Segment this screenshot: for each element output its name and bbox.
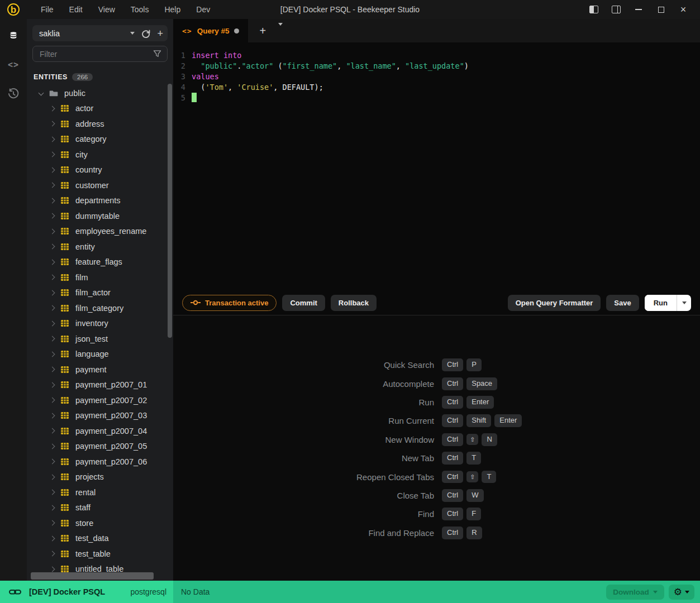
table-item[interactable]: json_test — [27, 331, 173, 347]
table-item[interactable]: test_table — [27, 546, 173, 562]
table-item[interactable]: city — [27, 147, 173, 162]
shortcut-label: Find — [173, 505, 434, 523]
new-tab-button[interactable]: + — [256, 23, 269, 39]
run-options-button[interactable] — [677, 295, 691, 311]
table-item[interactable]: actor — [27, 101, 173, 117]
chevron-right-icon[interactable] — [50, 167, 55, 173]
table-item[interactable]: employees_rename — [27, 224, 173, 240]
table-item[interactable]: projects — [27, 470, 173, 485]
chevron-right-icon[interactable] — [50, 121, 55, 127]
chevron-right-icon[interactable] — [50, 459, 55, 465]
chevron-right-icon[interactable] — [50, 198, 55, 203]
save-button[interactable]: Save — [606, 295, 639, 311]
table-item[interactable]: address — [27, 116, 173, 132]
chevron-right-icon[interactable] — [50, 566, 55, 572]
table-item[interactable]: payment — [27, 362, 173, 377]
table-item[interactable]: film — [27, 270, 173, 285]
table-item[interactable]: payment_p2007_03 — [27, 408, 173, 424]
maximize-button[interactable] — [652, 2, 670, 17]
chevron-right-icon[interactable] — [50, 551, 55, 557]
chevron-right-icon[interactable] — [50, 336, 55, 342]
chevron-right-icon[interactable] — [50, 520, 55, 526]
shortcut-label: Find and Replace — [173, 524, 434, 542]
menu-view[interactable]: View — [91, 5, 123, 14]
chevron-right-icon[interactable] — [50, 106, 55, 111]
history-icon — [7, 88, 20, 100]
chevron-right-icon[interactable] — [50, 259, 55, 265]
database-select[interactable]: saklia + — [32, 25, 168, 41]
menu-edit[interactable]: Edit — [61, 5, 91, 14]
tab-list-dropdown-button[interactable] — [275, 23, 286, 38]
table-item[interactable]: language — [27, 347, 173, 362]
chevron-right-icon[interactable] — [50, 367, 55, 372]
table-item[interactable]: payment_p2007_05 — [27, 439, 173, 454]
close-button[interactable]: × — [674, 2, 692, 17]
chevron-right-icon[interactable] — [50, 535, 55, 541]
table-item[interactable]: country — [27, 162, 173, 178]
chevron-right-icon[interactable] — [50, 443, 55, 449]
chevron-right-icon[interactable] — [50, 244, 55, 250]
table-item[interactable]: staff — [27, 500, 173, 516]
add-entity-button[interactable]: + — [157, 28, 163, 39]
table-item[interactable]: category — [27, 132, 173, 147]
chevron-right-icon[interactable] — [50, 428, 55, 434]
table-item[interactable]: customer — [27, 178, 173, 193]
menu-dev[interactable]: Dev — [188, 5, 218, 14]
queries-panel-button[interactable]: <> — [7, 58, 20, 71]
table-item[interactable]: payment_p2007_04 — [27, 423, 173, 439]
table-item[interactable]: entity — [27, 239, 173, 255]
toggle-left-sidebar-button[interactable] — [585, 2, 603, 17]
table-item[interactable]: payment_p2007_02 — [27, 393, 173, 408]
chevron-right-icon[interactable] — [50, 413, 55, 418]
open-query-formatter-button[interactable]: Open Query Formatter — [508, 295, 601, 311]
commit-button[interactable]: Commit — [282, 295, 325, 311]
chevron-right-icon[interactable] — [50, 228, 55, 234]
chevron-right-icon[interactable] — [50, 320, 55, 326]
chevron-right-icon[interactable] — [50, 305, 55, 311]
table-item[interactable]: rental — [27, 485, 173, 500]
table-item[interactable]: feature_flags — [27, 255, 173, 270]
table-item[interactable]: film_category — [27, 300, 173, 316]
chevron-right-icon[interactable] — [50, 474, 55, 480]
chevron-right-icon[interactable] — [50, 398, 55, 403]
chevron-right-icon[interactable] — [50, 505, 55, 510]
menu-file[interactable]: File — [33, 5, 61, 14]
tab-query-5[interactable]: <> Query #5 — [173, 19, 248, 42]
download-button[interactable]: Download — [606, 585, 664, 600]
refresh-button[interactable] — [141, 29, 150, 38]
table-item[interactable]: inventory — [27, 316, 173, 332]
chevron-right-icon[interactable] — [50, 183, 55, 188]
schema-item-public[interactable]: public — [27, 85, 173, 101]
history-panel-button[interactable] — [7, 87, 20, 100]
transaction-active-badge[interactable]: Transaction active — [182, 295, 277, 311]
chevron-right-icon[interactable] — [50, 152, 55, 157]
minimize-button[interactable] — [630, 2, 647, 17]
table-item[interactable]: store — [27, 515, 173, 531]
toggle-right-sidebar-button[interactable] — [607, 2, 625, 17]
sidebar-vertical-scrollbar[interactable] — [168, 84, 172, 338]
chevron-right-icon[interactable] — [50, 275, 55, 280]
menu-help[interactable]: Help — [156, 5, 188, 14]
filter-input[interactable] — [40, 50, 153, 59]
rollback-button[interactable]: Rollback — [331, 295, 377, 311]
database-panel-button[interactable] — [7, 29, 20, 42]
chevron-right-icon[interactable] — [50, 490, 55, 495]
chevron-right-icon[interactable] — [50, 213, 55, 219]
table-item[interactable]: payment_p2007_01 — [27, 377, 173, 393]
chevron-right-icon[interactable] — [50, 136, 55, 142]
chevron-down-icon — [653, 591, 658, 594]
table-item[interactable]: test_data — [27, 531, 173, 547]
settings-button[interactable]: ⚙ — [669, 585, 694, 600]
table-item[interactable]: dummytable — [27, 208, 173, 224]
chevron-right-icon[interactable] — [50, 351, 55, 357]
menu-tools[interactable]: Tools — [123, 5, 157, 14]
table-item[interactable]: payment_p2007_06 — [27, 454, 173, 470]
sql-editor[interactable]: 1insert into2 "public"."actor" ("first_n… — [173, 42, 700, 290]
run-button[interactable]: Run — [645, 295, 677, 311]
chevron-down-icon[interactable] — [39, 90, 44, 96]
chevron-right-icon[interactable] — [50, 382, 55, 387]
sidebar-horizontal-scrollbar[interactable] — [31, 572, 154, 580]
table-item[interactable]: film_actor — [27, 285, 173, 301]
chevron-right-icon[interactable] — [50, 290, 55, 295]
table-item[interactable]: departments — [27, 193, 173, 209]
